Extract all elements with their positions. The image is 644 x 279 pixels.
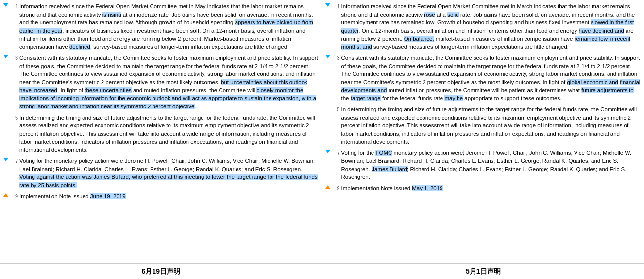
paragraph-row (3, 112, 319, 113)
paragraph-row: 9Implementation Note issued June 19, 201… (3, 192, 319, 201)
right-doc-panel[interactable]: 1Information received since the Federal … (322, 0, 644, 263)
para-text (341, 104, 641, 105)
arrow-down-icon (325, 150, 330, 153)
arrow-up-icon (325, 185, 330, 189)
para-text: Implementation Note issued June 19, 2019 (19, 192, 319, 201)
para-text (341, 147, 641, 148)
para-arrow (3, 157, 10, 190)
para-text: In determining the timing and size of fu… (19, 114, 319, 154)
para-arrow (325, 182, 332, 183)
para-text (341, 182, 641, 183)
para-arrow (325, 147, 332, 148)
paragraph-row: 3Consistent with its statutory mandate, … (3, 54, 319, 111)
para-num: 5 (332, 105, 340, 146)
paragraph-row: 5In determining the timing and size of f… (325, 105, 641, 146)
para-num (332, 147, 340, 148)
para-num: 9 (332, 184, 340, 192)
paragraph-row: 1Information received since the Federal … (325, 2, 641, 51)
left-doc-panel[interactable]: 1Information received since the Federal … (0, 0, 322, 263)
para-arrow (325, 104, 332, 105)
para-arrow (325, 2, 332, 51)
para-text: Consistent with its statutory mandate, t… (341, 54, 641, 103)
paragraph-row (325, 182, 641, 183)
para-num (10, 52, 18, 53)
para-num (332, 182, 340, 183)
para-arrow (3, 112, 10, 113)
para-num (10, 191, 18, 192)
para-arrow (325, 184, 332, 192)
para-arrow (325, 52, 332, 53)
para-text (19, 191, 319, 192)
para-arrow (3, 155, 10, 156)
para-text (19, 112, 319, 113)
documents-row: 1Information received since the Federal … (0, 0, 644, 263)
para-text (19, 155, 319, 156)
paragraph-row: 1Information received since the Federal … (3, 2, 319, 51)
para-arrow (3, 114, 10, 154)
para-num: 1 (10, 2, 18, 51)
para-text: Voting for the FOMC monetary policy acti… (341, 149, 641, 181)
para-text: Voting for the monetary policy action we… (19, 157, 319, 190)
para-arrow (325, 105, 332, 146)
para-num (332, 104, 340, 105)
para-num (332, 52, 340, 53)
para-arrow (3, 52, 10, 53)
arrow-down-icon (3, 158, 8, 161)
para-num: 7 (10, 157, 18, 190)
para-text: In determining the timing and size of fu… (341, 105, 641, 146)
para-num: 3 (10, 54, 18, 111)
paragraph-row (325, 147, 641, 148)
para-arrow (325, 149, 332, 181)
footer-row: 6月19日声明 5月1日声明 (0, 263, 644, 279)
para-arrow (3, 191, 10, 192)
para-num (10, 155, 18, 156)
paragraph-row: 7Voting for the monetary policy action w… (3, 157, 319, 190)
para-text: Implementation Note issued May 1, 2019 (341, 184, 641, 192)
arrow-down-icon (325, 3, 330, 7)
para-text (19, 52, 319, 53)
para-num: 5 (10, 114, 18, 154)
main-container: 1Information received since the Federal … (0, 0, 644, 279)
left-footer-label: 6月19日声明 (0, 264, 322, 279)
right-footer-label: 5月1日声明 (322, 264, 644, 279)
para-arrow (3, 54, 10, 111)
para-num: 1 (332, 2, 340, 51)
para-text: Consistent with its statutory mandate, t… (19, 54, 319, 111)
para-arrow (3, 2, 10, 51)
paragraph-row (3, 52, 319, 53)
para-num (10, 112, 18, 113)
paragraph-row (325, 104, 641, 105)
para-arrow (3, 192, 10, 201)
paragraph-row: 9Implementation Note issued May 1, 2019 (325, 184, 641, 192)
para-text (341, 52, 641, 53)
arrow-up-icon (3, 193, 8, 197)
paragraph-row (325, 52, 641, 53)
para-text: Information received since the Federal O… (19, 2, 319, 51)
arrow-down-icon (325, 55, 330, 58)
para-num: 9 (10, 192, 18, 201)
paragraph-row: 5In determining the timing and size of f… (3, 114, 319, 154)
paragraph-row: 3Consistent with its statutory mandate, … (325, 54, 641, 103)
arrow-down-icon (3, 55, 8, 58)
para-arrow (325, 54, 332, 103)
para-num: 7 (332, 149, 340, 181)
paragraph-row (3, 191, 319, 192)
paragraph-row: 7Voting for the FOMC monetary policy act… (325, 149, 641, 181)
para-num: 3 (332, 54, 340, 103)
para-text: Information received since the Federal O… (341, 2, 641, 51)
paragraph-row (3, 155, 319, 156)
arrow-down-icon (3, 3, 8, 7)
